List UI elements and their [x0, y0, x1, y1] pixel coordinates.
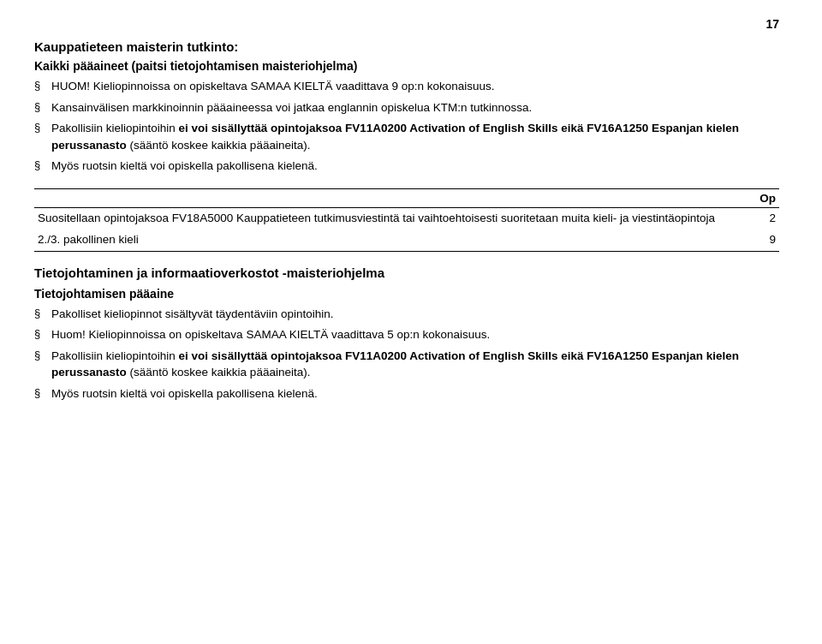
bullet-text-before: Pakollisiin kieliopintoihin: [51, 349, 179, 362]
section1: Kauppatieteen maisterin tutkinto: Kaikki…: [34, 39, 779, 175]
bullet-text-before: Pakollisiin kieliopintoihin: [51, 122, 179, 134]
list-item: Pakolliset kieliopinnot sisältyvät täyde…: [34, 306, 779, 323]
bullet-text: Kansainvälisen markkinoinnin pääaineessa…: [51, 101, 532, 114]
list-item: Kansainvälisen markkinoinnin pääaineessa…: [34, 99, 779, 116]
list-item: Pakollisiin kieliopintoihin ei voi sisäl…: [34, 348, 779, 381]
section2-main-title: Tietojohtaminen ja informaatioverkostot …: [34, 265, 779, 280]
list-item: Pakollisiin kieliopintoihin ei voi sisäl…: [34, 120, 779, 153]
bullet-text: Huom! Kieliopinnoissa on opiskeltava SAM…: [51, 328, 490, 341]
table-header-op: Op: [755, 189, 779, 208]
section1-subtitle: Kaikki pääaineet (paitsi tietojohtamisen…: [34, 59, 779, 73]
section2-sub-title: Tietojohtamisen pääaine: [34, 287, 779, 301]
table-row: Suositellaan opintojaksoa FV18A5000 Kaup…: [34, 207, 779, 229]
table-cell-col1: Suositellaan opintojaksoa FV18A5000 Kaup…: [34, 207, 755, 229]
list-item: Huom! Kieliopinnoissa on opiskeltava SAM…: [34, 326, 779, 343]
list-item: HUOM! Kieliopinnoissa on opiskeltava SAM…: [34, 78, 779, 95]
bullet-text: HUOM! Kieliopinnoissa on opiskeltava SAM…: [51, 80, 495, 92]
list-item: Myös ruotsin kieltä voi opiskella pakoll…: [34, 158, 779, 175]
bullet-text: Myös ruotsin kieltä voi opiskella pakoll…: [51, 159, 318, 172]
bullet-text: Pakolliset kieliopinnot sisältyvät täyde…: [51, 307, 333, 320]
table-cell-op: 9: [755, 230, 779, 251]
table-row: 2./3. pakollinen kieli 9: [34, 230, 779, 251]
table-header-col1: [34, 189, 755, 208]
bullet-text: Myös ruotsin kieltä voi opiskella pakoll…: [51, 387, 318, 400]
section1-bullet-list: HUOM! Kieliopinnoissa on opiskeltava SAM…: [34, 78, 779, 175]
section1-title: Kauppatieteen maisterin tutkinto:: [34, 39, 779, 54]
bullet-text-after: (sääntö koskee kaikkia pääaineita).: [127, 139, 311, 152]
table-cell-op: 2: [755, 207, 779, 229]
list-item: Myös ruotsin kieltä voi opiskella pakoll…: [34, 385, 779, 402]
section2: Tietojohtaminen ja informaatioverkostot …: [34, 265, 779, 402]
page-number: 17: [34, 17, 779, 31]
table-cell-col1: 2./3. pakollinen kieli: [34, 230, 755, 251]
bullet-text-after: (sääntö koskee kaikkia pääaineita).: [127, 366, 311, 379]
table-section: Op Suositellaan opintojaksoa FV18A5000 K…: [34, 188, 779, 252]
section2-bullet-list: Pakolliset kieliopinnot sisältyvät täyde…: [34, 306, 779, 402]
